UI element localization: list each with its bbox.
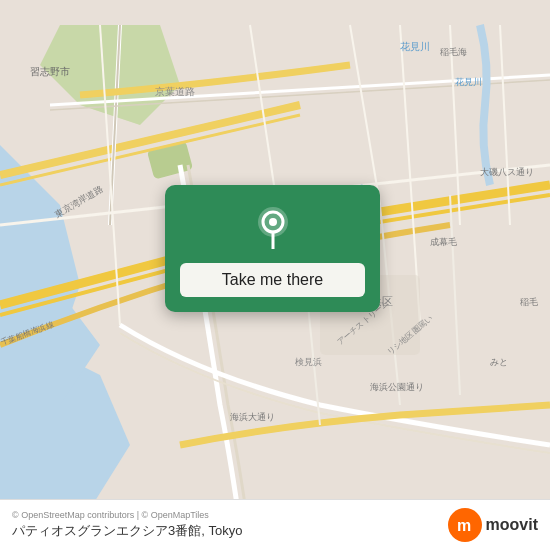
svg-text:海浜公園通り: 海浜公園通り [370, 382, 424, 392]
svg-text:花見川: 花見川 [455, 77, 482, 87]
svg-text:稲毛海: 稲毛海 [440, 47, 467, 57]
moovit-icon: m [448, 508, 482, 542]
svg-text:花見川: 花見川 [400, 41, 430, 52]
map-container: 習志野市 京葉道路 花見川 東京湾岸道路 千葉船橋海浜線 美浜区 検見浜 海浜大… [0, 0, 550, 550]
location-name: パティオスグランエクシア3番館, Tokyo [12, 522, 242, 540]
moovit-text: moovit [486, 516, 538, 534]
action-card: Take me there [165, 185, 380, 312]
bottom-info: © OpenStreetMap contributors | © OpenMap… [12, 510, 242, 540]
bottom-bar: © OpenStreetMap contributors | © OpenMap… [0, 499, 550, 550]
svg-text:習志野市: 習志野市 [30, 66, 70, 77]
map-attribution: © OpenStreetMap contributors | © OpenMap… [12, 510, 242, 520]
svg-point-41 [269, 218, 277, 226]
take-me-there-button[interactable]: Take me there [180, 263, 365, 297]
svg-text:成幕毛: 成幕毛 [430, 237, 457, 247]
moovit-logo: m moovit [448, 508, 538, 542]
svg-text:京葉道路: 京葉道路 [155, 86, 195, 97]
svg-text:m: m [457, 517, 471, 534]
svg-text:稲毛: 稲毛 [520, 297, 538, 307]
svg-text:みと: みと [490, 357, 508, 367]
svg-text:大磯八ス通り: 大磯八ス通り [480, 167, 534, 177]
pin-icon [255, 205, 291, 253]
svg-text:海浜大通り: 海浜大通り [230, 412, 275, 422]
svg-text:検見浜: 検見浜 [295, 357, 322, 367]
